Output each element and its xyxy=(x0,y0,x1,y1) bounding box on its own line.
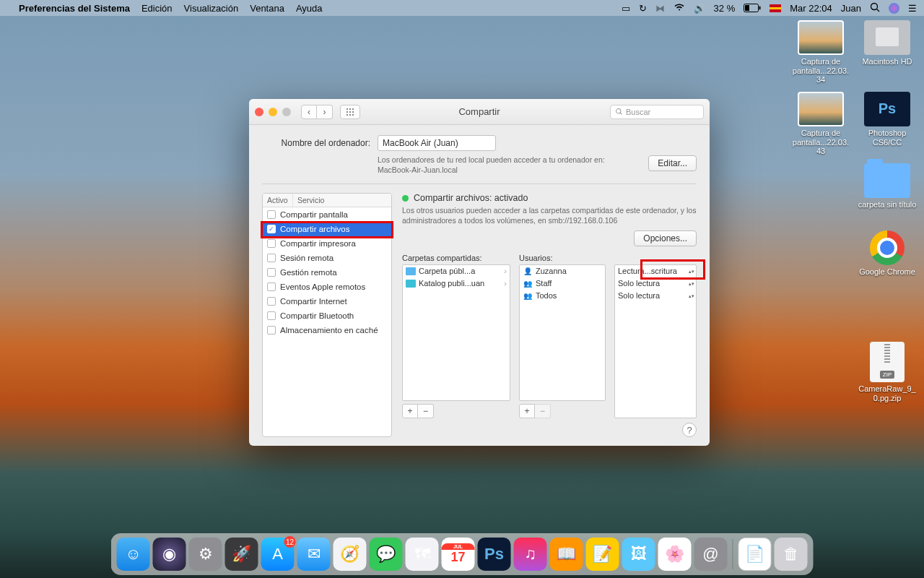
stepper-icon[interactable]: ▴▾ xyxy=(689,293,694,298)
wifi-icon[interactable] xyxy=(674,3,685,14)
close-button[interactable] xyxy=(255,108,263,116)
clock[interactable]: Mar 22:04 xyxy=(790,3,832,14)
dock-ibooks[interactable]: 📖 xyxy=(550,538,583,571)
options-button[interactable]: Opciones... xyxy=(634,230,697,246)
volume-icon[interactable]: 🔊 xyxy=(694,3,705,14)
spotlight-icon[interactable] xyxy=(870,2,880,14)
dock-trash[interactable]: 🗑 xyxy=(775,538,808,571)
dock-itunes[interactable]: ♫ xyxy=(514,538,547,571)
user-item[interactable]: 👥Staff xyxy=(520,277,605,290)
perm-item[interactable]: Lectura...scritura▴▾ xyxy=(615,265,696,277)
checkbox[interactable] xyxy=(267,268,276,277)
dock-photoshop[interactable]: Ps xyxy=(478,538,511,571)
user-item[interactable]: 👤Zuzanna xyxy=(520,265,605,277)
dock-calendar[interactable]: JUL17 xyxy=(442,538,475,571)
screenshot-icon xyxy=(798,92,844,126)
checkbox[interactable] xyxy=(267,282,276,291)
dock-photos[interactable]: 🌸 xyxy=(658,538,692,571)
permissions-list[interactable]: Lectura...scritura▴▾ Solo lectura▴▾ Solo… xyxy=(614,264,697,418)
folder-item[interactable]: Carpeta públ...a› xyxy=(403,265,510,277)
dock-launchpad[interactable]: 🚀 xyxy=(225,538,258,571)
battery-icon[interactable] xyxy=(744,4,761,12)
battery-percent[interactable]: 32 % xyxy=(714,3,736,14)
service-screen-sharing[interactable]: Compartir pantalla xyxy=(263,207,391,222)
dock-finder[interactable]: ☺ xyxy=(117,538,150,571)
remove-user-button: − xyxy=(535,404,551,418)
dock-indicator-icon[interactable]: ▭ xyxy=(622,3,630,14)
menu-ventana[interactable]: Ventana xyxy=(250,3,284,14)
menu-edicion[interactable]: Edición xyxy=(141,3,173,14)
perm-item[interactable]: Solo lectura▴▾ xyxy=(615,290,696,302)
remove-folder-button[interactable]: − xyxy=(418,404,434,418)
back-button[interactable]: ‹ xyxy=(301,105,317,119)
service-file-sharing[interactable]: ✓Compartir archivos xyxy=(263,222,391,236)
service-printer-sharing[interactable]: Compartir impresora xyxy=(263,236,391,251)
checkbox[interactable] xyxy=(267,254,276,262)
search-field[interactable]: Buscar xyxy=(610,105,704,119)
dock-notes[interactable]: 📝 xyxy=(586,538,619,571)
dock-messages[interactable]: 💬 xyxy=(370,538,403,571)
desktop-item-chrome[interactable]: Google Chrome xyxy=(858,230,917,277)
dock-safari[interactable]: 🧭 xyxy=(334,538,367,571)
service-bluetooth-sharing[interactable]: Compartir Bluetooth xyxy=(263,309,391,323)
service-remote-apple-events[interactable]: Eventos Apple remotos xyxy=(263,280,391,294)
menu-ayuda[interactable]: Ayuda xyxy=(296,3,323,14)
dock-at[interactable]: @ xyxy=(694,538,728,571)
timemachine-icon[interactable]: ↻ xyxy=(639,3,647,14)
add-folder-button[interactable]: + xyxy=(402,404,418,418)
forward-button[interactable]: › xyxy=(317,105,333,119)
dock-mail[interactable]: ✉ xyxy=(297,538,331,571)
checkbox[interactable] xyxy=(267,210,276,219)
bluetooth-icon[interactable]: ⧓ xyxy=(655,3,665,14)
desktop-item-screenshot1[interactable]: Captura de pantalla...22.03.34 xyxy=(791,20,850,85)
dock-preview[interactable]: 🖼 xyxy=(622,538,655,571)
desktop-item-folder[interactable]: carpeta sin título xyxy=(858,163,917,210)
titlebar[interactable]: ‹ › Compartir Buscar xyxy=(249,99,710,125)
checkbox[interactable]: ✓ xyxy=(267,225,276,233)
user-menu[interactable]: Juan xyxy=(841,3,861,14)
notifications-icon[interactable]: ☰ xyxy=(908,3,917,14)
service-label: Compartir pantalla xyxy=(280,210,348,219)
dock-maps[interactable]: 🗺 xyxy=(406,538,439,571)
service-remote-mgmt[interactable]: Gestión remota xyxy=(263,265,391,280)
desktop-item-photoshop[interactable]: PsPhotoshop CS6/CC xyxy=(858,92,917,156)
dock-appstore[interactable]: A xyxy=(261,538,295,571)
help-button[interactable]: ? xyxy=(682,423,697,437)
desktop-item-macintosh-hd[interactable]: Macintosh HD xyxy=(858,20,917,85)
desktop-label: Photoshop CS6/CC xyxy=(858,129,917,147)
users-list[interactable]: 👤Zuzanna 👥Staff 👥Todos xyxy=(519,264,606,401)
traffic-lights xyxy=(255,108,291,116)
edit-button[interactable]: Editar... xyxy=(648,155,697,171)
service-internet-sharing[interactable]: Compartir Internet xyxy=(263,294,391,309)
show-all-button[interactable] xyxy=(340,105,360,119)
checkbox[interactable] xyxy=(267,311,276,320)
service-caching[interactable]: Almacenamiento en caché xyxy=(263,323,391,337)
computer-desc: Los ordenadores de tu red local pueden a… xyxy=(378,155,605,164)
perm-item[interactable]: Solo lectura▴▾ xyxy=(615,277,696,290)
services-list: Activo Servicio Compartir pantalla ✓Comp… xyxy=(262,193,392,437)
folder-item[interactable]: Katalog publi...uan› xyxy=(403,277,510,290)
checkbox[interactable] xyxy=(267,239,276,248)
service-label: Compartir Internet xyxy=(280,297,347,306)
dock-document[interactable]: 📄 xyxy=(738,538,772,571)
dock-system-preferences[interactable]: ⚙ xyxy=(189,538,222,571)
stepper-icon[interactable]: ▴▾ xyxy=(689,269,694,274)
minimize-button[interactable] xyxy=(269,108,277,116)
screenshot-icon xyxy=(798,20,844,55)
computer-name-input[interactable] xyxy=(378,135,496,151)
user-item[interactable]: 👥Todos xyxy=(520,290,605,302)
checkbox[interactable] xyxy=(267,297,276,306)
desktop-item-zip[interactable]: ZIPCameraRaw_9_0.pg.zip xyxy=(858,342,917,402)
add-user-button[interactable]: + xyxy=(519,404,535,418)
app-name[interactable]: Preferencias del Sistema xyxy=(19,3,130,14)
siri-icon[interactable] xyxy=(889,3,899,14)
dock-siri[interactable]: ◉ xyxy=(153,538,186,571)
checkbox[interactable] xyxy=(267,326,276,335)
menu-visualizacion[interactable]: Visualización xyxy=(184,3,239,14)
stepper-icon[interactable]: ▴▾ xyxy=(689,281,694,286)
shared-folders-list[interactable]: Carpeta públ...a› Katalog publi...uan› xyxy=(402,264,510,401)
input-source-flag-icon[interactable] xyxy=(770,4,781,12)
user-label: Zuzanna xyxy=(536,267,567,275)
desktop-item-screenshot2[interactable]: Captura de pantalla...22.03.43 xyxy=(791,92,850,156)
service-remote-login[interactable]: Sesión remota xyxy=(263,251,391,265)
